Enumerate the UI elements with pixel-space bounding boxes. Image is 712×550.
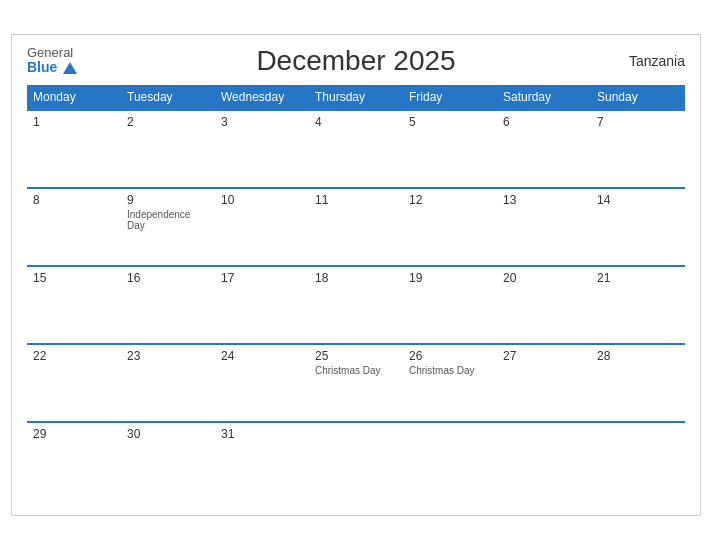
- day-number: 3: [221, 115, 303, 129]
- day-number: 9: [127, 193, 209, 207]
- calendar-day-cell: 4: [309, 110, 403, 188]
- calendar-week-row: 1234567: [27, 110, 685, 188]
- calendar-day-cell: 18: [309, 266, 403, 344]
- calendar-day-cell: 22: [27, 344, 121, 422]
- calendar-week-row: 89Independence Day1011121314: [27, 188, 685, 266]
- calendar-day-cell: 28: [591, 344, 685, 422]
- calendar-week-row: 15161718192021: [27, 266, 685, 344]
- calendar-day-cell: 24: [215, 344, 309, 422]
- calendar-title: December 2025: [256, 45, 455, 77]
- day-number: 28: [597, 349, 679, 363]
- calendar-day-cell: [497, 422, 591, 500]
- day-number: 8: [33, 193, 115, 207]
- calendar-table: Monday Tuesday Wednesday Thursday Friday…: [27, 85, 685, 500]
- day-number: 23: [127, 349, 209, 363]
- calendar-day-cell: 9Independence Day: [121, 188, 215, 266]
- country-label: Tanzania: [629, 53, 685, 69]
- day-number: 7: [597, 115, 679, 129]
- calendar-day-cell: [309, 422, 403, 500]
- calendar-day-cell: [591, 422, 685, 500]
- calendar-day-cell: 2: [121, 110, 215, 188]
- day-number: 14: [597, 193, 679, 207]
- logo-general-text: General: [27, 46, 77, 60]
- day-number: 25: [315, 349, 397, 363]
- header-tuesday: Tuesday: [121, 85, 215, 110]
- logo: General Blue: [27, 46, 77, 76]
- header-wednesday: Wednesday: [215, 85, 309, 110]
- day-number: 22: [33, 349, 115, 363]
- calendar-day-cell: 17: [215, 266, 309, 344]
- day-number: 6: [503, 115, 585, 129]
- calendar-day-cell: 26Christmas Day: [403, 344, 497, 422]
- calendar-day-cell: 13: [497, 188, 591, 266]
- calendar-day-cell: 29: [27, 422, 121, 500]
- calendar-week-row: 22232425Christmas Day26Christmas Day2728: [27, 344, 685, 422]
- calendar-day-cell: 30: [121, 422, 215, 500]
- calendar-day-cell: 5: [403, 110, 497, 188]
- calendar-day-cell: 14: [591, 188, 685, 266]
- calendar-day-cell: 6: [497, 110, 591, 188]
- calendar-day-cell: 7: [591, 110, 685, 188]
- day-number: 15: [33, 271, 115, 285]
- day-number: 12: [409, 193, 491, 207]
- day-number: 1: [33, 115, 115, 129]
- calendar-day-cell: 27: [497, 344, 591, 422]
- day-number: 11: [315, 193, 397, 207]
- header-saturday: Saturday: [497, 85, 591, 110]
- calendar-day-cell: 25Christmas Day: [309, 344, 403, 422]
- logo-blue-text: Blue: [27, 60, 77, 75]
- calendar-container: General Blue December 2025 Tanzania Mond…: [11, 34, 701, 516]
- calendar-day-cell: 12: [403, 188, 497, 266]
- header-friday: Friday: [403, 85, 497, 110]
- day-number: 16: [127, 271, 209, 285]
- calendar-day-cell: 11: [309, 188, 403, 266]
- day-number: 10: [221, 193, 303, 207]
- calendar-day-cell: 20: [497, 266, 591, 344]
- calendar-day-cell: 23: [121, 344, 215, 422]
- day-number: 17: [221, 271, 303, 285]
- calendar-header: General Blue December 2025 Tanzania: [27, 45, 685, 77]
- calendar-day-cell: [403, 422, 497, 500]
- day-number: 27: [503, 349, 585, 363]
- day-number: 20: [503, 271, 585, 285]
- calendar-day-cell: 3: [215, 110, 309, 188]
- calendar-day-cell: 10: [215, 188, 309, 266]
- logo-triangle-icon: [63, 62, 77, 74]
- day-number: 29: [33, 427, 115, 441]
- day-number: 26: [409, 349, 491, 363]
- day-number: 21: [597, 271, 679, 285]
- day-number: 13: [503, 193, 585, 207]
- calendar-day-cell: 19: [403, 266, 497, 344]
- header-thursday: Thursday: [309, 85, 403, 110]
- day-number: 4: [315, 115, 397, 129]
- day-number: 30: [127, 427, 209, 441]
- holiday-label: Christmas Day: [315, 365, 397, 376]
- calendar-day-cell: 21: [591, 266, 685, 344]
- day-number: 24: [221, 349, 303, 363]
- calendar-day-cell: 15: [27, 266, 121, 344]
- header-monday: Monday: [27, 85, 121, 110]
- calendar-day-cell: 31: [215, 422, 309, 500]
- weekday-header-row: Monday Tuesday Wednesday Thursday Friday…: [27, 85, 685, 110]
- holiday-label: Independence Day: [127, 209, 209, 231]
- day-number: 2: [127, 115, 209, 129]
- calendar-day-cell: 8: [27, 188, 121, 266]
- day-number: 18: [315, 271, 397, 285]
- header-sunday: Sunday: [591, 85, 685, 110]
- calendar-day-cell: 1: [27, 110, 121, 188]
- day-number: 31: [221, 427, 303, 441]
- day-number: 19: [409, 271, 491, 285]
- holiday-label: Christmas Day: [409, 365, 491, 376]
- day-number: 5: [409, 115, 491, 129]
- calendar-day-cell: 16: [121, 266, 215, 344]
- calendar-week-row: 293031: [27, 422, 685, 500]
